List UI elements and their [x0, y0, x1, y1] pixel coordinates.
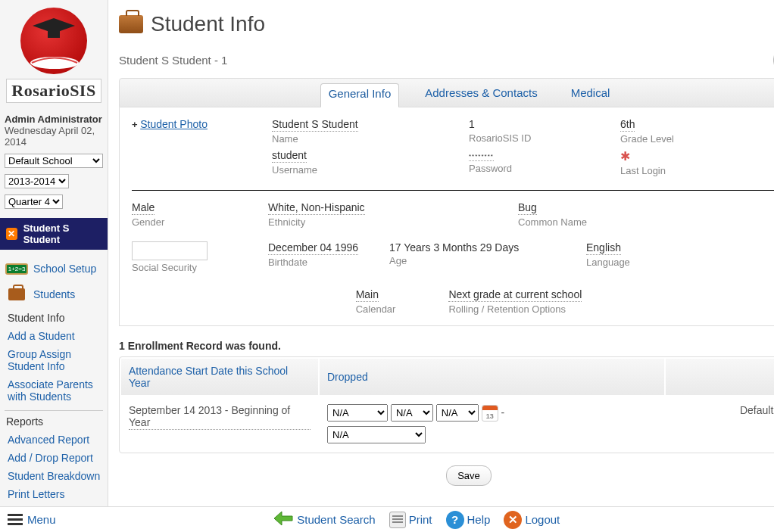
- rolling-value[interactable]: Next grade at current school: [448, 288, 582, 302]
- link-add-drop-report[interactable]: Add / Drop Report: [8, 449, 103, 467]
- last-login-label: Last Login: [620, 165, 734, 176]
- grade-label: Grade Level: [620, 133, 734, 145]
- hamburger-icon: [8, 512, 23, 527]
- link-student-info[interactable]: Student Info: [8, 309, 103, 327]
- ethnicity-label: Ethnicity: [268, 216, 495, 228]
- username-label: Username: [272, 164, 446, 176]
- tabs: General Info Addresses & Contacts Medica…: [119, 78, 774, 107]
- gender-value[interactable]: Male: [132, 201, 154, 215]
- reports-header: Reports: [5, 410, 103, 429]
- col-dropped[interactable]: Dropped: [320, 359, 664, 395]
- svg-rect-1: [48, 30, 60, 38]
- breadcrumb: Student S Student - 1: [119, 54, 227, 67]
- print-icon: [389, 512, 406, 528]
- dash: -: [501, 406, 505, 418]
- user-name: Admin Administrator: [5, 114, 103, 125]
- logout-icon: ✕: [504, 511, 522, 529]
- grad-cap-icon: [33, 18, 75, 39]
- link-print-letters[interactable]: Print Letters: [8, 485, 103, 503]
- name-label: Name: [272, 133, 446, 145]
- social-security-input[interactable]: [132, 241, 208, 260]
- age-value: 17 Years 3 Months 29 Days: [389, 241, 519, 254]
- logo: RosarioSIS: [5, 5, 103, 109]
- term-select[interactable]: Quarter 4: [5, 194, 63, 209]
- school-select[interactable]: Default School: [5, 154, 103, 168]
- enrollment-header: 1 Enrollment Record was found.: [119, 340, 774, 352]
- tab-medical[interactable]: Medical: [563, 83, 618, 102]
- menu-button[interactable]: Menu: [8, 512, 56, 527]
- nav-school-setup[interactable]: 1+2=3 School Setup: [5, 256, 103, 282]
- id-value: 1: [469, 118, 475, 131]
- current-date: Wednesday April 02, 2014: [5, 125, 103, 148]
- name-value[interactable]: Student S Student: [272, 118, 358, 132]
- selected-student-name: Student S Student: [23, 222, 101, 245]
- birthdate-value[interactable]: December 04 1996: [268, 241, 358, 255]
- dropped-month-select[interactable]: N/A: [327, 404, 388, 422]
- link-group-assign[interactable]: Group Assign Student Info: [8, 345, 103, 375]
- year-select[interactable]: 2013-2014: [5, 174, 69, 188]
- help-icon: ?: [446, 511, 464, 529]
- calendar-value[interactable]: Main: [356, 288, 379, 302]
- common-name-label: Common Name: [518, 216, 669, 228]
- main-content: Student Info Student S Student - 1 Save …: [108, 0, 774, 532]
- table-row: September 14 2013 - Beginning of Year N/…: [121, 397, 774, 451]
- link-associate-parents[interactable]: Associate Parents with Students: [8, 375, 103, 406]
- ethnicity-value[interactable]: White, Non-Hispanic: [268, 201, 365, 215]
- help-link[interactable]: ? Help: [446, 511, 491, 529]
- logout-link[interactable]: ✕ Logout: [504, 511, 560, 529]
- calendar-icon[interactable]: [482, 405, 498, 422]
- calendar-label: Calendar: [356, 303, 396, 315]
- language-label: Language: [586, 257, 700, 268]
- school-value: Default School: [666, 397, 774, 451]
- password-label: Password: [469, 163, 598, 174]
- scroll-icon: [28, 54, 81, 71]
- chalkboard-icon: 1+2=3: [6, 260, 27, 277]
- dropped-year-select[interactable]: N/A: [436, 404, 479, 422]
- nav-students[interactable]: Students: [5, 282, 103, 307]
- close-icon[interactable]: ✕: [6, 228, 17, 240]
- app-name: RosarioSIS: [6, 79, 101, 103]
- birthdate-label: Birthdate: [268, 257, 367, 268]
- col-start-date[interactable]: Attendance Start Date this School Year: [121, 359, 318, 395]
- briefcase-icon: [119, 15, 143, 33]
- tab-addresses[interactable]: Addresses & Contacts: [417, 83, 545, 102]
- sidebar: RosarioSIS Admin Administrator Wednesday…: [0, 0, 108, 532]
- link-advanced-report[interactable]: Advanced Report: [8, 431, 103, 449]
- col-school[interactable]: School: [666, 359, 774, 395]
- rolling-label: Rolling / Retention Options: [448, 303, 582, 315]
- footer: Menu Student Search Print ? Help ✕ Logou…: [0, 506, 774, 532]
- username-value[interactable]: student: [272, 149, 307, 163]
- back-arrow-icon: [273, 510, 294, 529]
- language-value[interactable]: English: [586, 241, 621, 255]
- age-label: Age: [389, 255, 563, 266]
- link-add-student[interactable]: Add a Student: [8, 327, 103, 345]
- selected-student-banner[interactable]: ✕ Student S Student: [0, 218, 108, 250]
- save-button-bottom[interactable]: Save: [446, 465, 492, 486]
- page-title: Student Info: [151, 12, 265, 36]
- briefcase-icon: [6, 286, 27, 303]
- link-student-breakdown[interactable]: Student Breakdown: [8, 467, 103, 485]
- common-name-value[interactable]: Bug: [518, 201, 537, 215]
- dropped-day-select[interactable]: N/A: [391, 404, 433, 422]
- enrollment-table: Attendance Start Date this School Year D…: [119, 356, 774, 453]
- password-value[interactable]: ********: [469, 153, 494, 161]
- start-date-value[interactable]: September 14 2013 - Beginning of Year: [129, 404, 311, 430]
- id-label: RosarioSIS ID: [469, 132, 598, 144]
- gender-label: Gender: [132, 216, 245, 228]
- social-security-label: Social Security: [132, 262, 245, 273]
- dropped-reason-select[interactable]: N/A: [327, 426, 426, 443]
- grade-value[interactable]: 6th: [620, 118, 635, 132]
- tab-general-info[interactable]: General Info: [320, 83, 400, 107]
- print-link[interactable]: Print: [389, 512, 432, 528]
- student-photo-link[interactable]: Student Photo: [140, 118, 208, 130]
- bug-icon: ✱: [620, 150, 630, 163]
- student-search-link[interactable]: Student Search: [273, 510, 375, 529]
